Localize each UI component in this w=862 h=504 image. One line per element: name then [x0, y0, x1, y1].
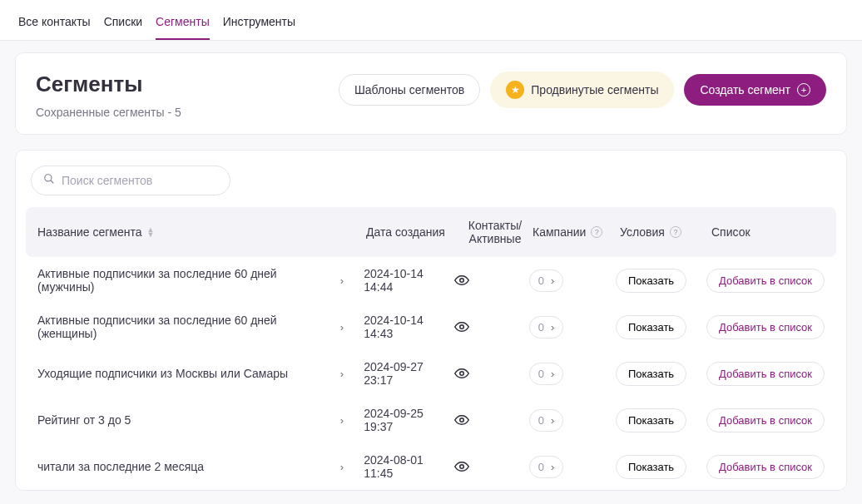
show-conditions-button[interactable]: Показать — [616, 455, 686, 479]
segment-campaigns-cell: 0 › — [529, 363, 616, 385]
chevron-right-icon: › — [340, 274, 344, 287]
eye-icon — [454, 413, 528, 427]
table-header: Название сегмента ▲▼ Дата создания Конта… — [26, 207, 836, 257]
segment-name-cell[interactable]: Активные подписчики за последние 60 дней… — [37, 267, 364, 294]
campaigns-pill[interactable]: 0 › — [529, 316, 564, 338]
table-row: Активные подписчики за последние 60 дней… — [26, 257, 836, 304]
segment-contacts-cell[interactable] — [454, 366, 528, 381]
show-conditions-button[interactable]: Показать — [616, 362, 686, 386]
search-input[interactable] — [62, 174, 218, 187]
subtitle-count: 5 — [175, 106, 181, 119]
advanced-segments-label: Продвинутые сегменты — [531, 83, 658, 96]
segment-date-cell: 2024-09-25 19:37 — [364, 407, 454, 433]
table-row: Уходящие подписчики из Москвы или Самары… — [26, 350, 836, 397]
segment-conditions-cell: Показать — [616, 315, 706, 339]
add-to-list-button[interactable]: Добавить в список — [706, 269, 825, 293]
segment-date-cell: 2024-10-14 14:44 — [364, 267, 454, 294]
create-segment-button[interactable]: Создать сегмент + — [684, 74, 826, 106]
segment-name-cell[interactable]: Рейтинг от 3 до 5 › — [37, 413, 364, 427]
segment-name-text: читали за последние 2 месяца — [37, 460, 204, 473]
chevron-right-icon: › — [551, 274, 554, 287]
segment-campaigns-cell: 0 › — [529, 456, 616, 478]
col-header-campaigns: Кампании ? — [533, 225, 620, 239]
help-icon[interactable]: ? — [591, 226, 602, 238]
add-to-list-button[interactable]: Добавить в список — [706, 362, 825, 386]
campaigns-pill[interactable]: 0 › — [529, 269, 564, 292]
show-conditions-button[interactable]: Показать — [616, 315, 686, 339]
col-header-conditions: Условия ? — [620, 225, 711, 239]
campaigns-count: 0 — [538, 274, 544, 287]
chevron-right-icon: › — [340, 368, 344, 380]
table-row: Активные подписчики за последние 60 дней… — [26, 304, 836, 350]
campaigns-pill[interactable]: 0 › — [529, 409, 564, 432]
segment-date-cell: 2024-08-01 11:45 — [364, 453, 454, 480]
eye-icon — [454, 459, 528, 474]
eye-icon — [454, 366, 528, 381]
tab-all-contacts[interactable]: Все контакты — [18, 10, 91, 40]
svg-point-5 — [460, 418, 464, 422]
add-to-list-button[interactable]: Добавить в список — [706, 455, 825, 479]
search-wrap[interactable] — [31, 166, 230, 195]
segment-date-cell: 2024-09-27 23:17 — [364, 360, 454, 387]
segment-name-text: Уходящие подписчики из Москвы или Самары — [37, 367, 288, 380]
tab-segments[interactable]: Сегменты — [156, 10, 210, 40]
segment-templates-button[interactable]: Шаблоны сегментов — [339, 74, 480, 106]
star-icon: ★ — [506, 81, 524, 99]
col-header-date: Дата создания — [366, 225, 458, 239]
segment-conditions-cell: Показать — [616, 269, 706, 293]
segment-name-cell[interactable]: Уходящие подписчики из Москвы или Самары… — [37, 367, 364, 380]
create-segment-label: Создать сегмент — [700, 83, 790, 96]
eye-icon — [454, 319, 528, 334]
chevron-right-icon: › — [340, 414, 344, 427]
segment-contacts-cell[interactable] — [454, 459, 528, 474]
advanced-segments-button[interactable]: ★ Продвинутые сегменты — [490, 72, 674, 108]
chevron-right-icon: › — [551, 321, 554, 334]
segment-contacts-cell[interactable] — [454, 273, 528, 288]
segment-conditions-cell: Показать — [616, 362, 706, 386]
segment-campaigns-cell: 0 › — [529, 316, 616, 338]
col-header-contacts: Контакты/Активные — [458, 219, 533, 245]
svg-point-0 — [45, 175, 52, 181]
segment-campaigns-cell: 0 › — [529, 409, 616, 432]
segment-list-cell: Добавить в список — [706, 315, 825, 339]
plus-icon: + — [797, 83, 810, 96]
svg-point-3 — [460, 325, 464, 329]
segment-name-text: Активные подписчики за последние 60 дней… — [37, 267, 335, 294]
tab-lists[interactable]: Списки — [104, 10, 142, 40]
col-header-name[interactable]: Название сегмента ▲▼ — [37, 225, 366, 239]
col-header-name-label: Название сегмента — [37, 225, 142, 239]
chevron-right-icon: › — [340, 321, 344, 334]
svg-line-1 — [51, 180, 54, 184]
segment-list-cell: Добавить в список — [706, 269, 825, 293]
segment-name-text: Рейтинг от 3 до 5 — [37, 413, 131, 427]
segment-list-cell: Добавить в список — [706, 455, 825, 479]
page-title: Сегменты — [36, 72, 181, 97]
saved-segments-count: Сохраненные сегменты - 5 — [36, 106, 181, 119]
col-header-list: Список — [711, 225, 825, 239]
chevron-right-icon: › — [551, 368, 554, 380]
segment-name-cell[interactable]: Активные подписчики за последние 60 дней… — [37, 314, 364, 340]
tab-tools[interactable]: Инструменты — [223, 10, 295, 40]
segment-contacts-cell[interactable] — [454, 413, 528, 427]
segment-name-cell[interactable]: читали за последние 2 месяца › — [37, 460, 364, 473]
campaigns-pill[interactable]: 0 › — [529, 456, 564, 478]
help-icon[interactable]: ? — [670, 226, 681, 238]
segment-contacts-cell[interactable] — [454, 319, 528, 334]
campaigns-count: 0 — [538, 461, 544, 473]
campaigns-count: 0 — [538, 414, 544, 427]
show-conditions-button[interactable]: Показать — [616, 269, 686, 293]
chevron-right-icon: › — [551, 414, 554, 427]
table-row: читали за последние 2 месяца › 2024-08-0… — [26, 443, 836, 490]
campaigns-count: 0 — [538, 368, 544, 380]
show-conditions-button[interactable]: Показать — [616, 408, 686, 432]
segment-conditions-cell: Показать — [616, 408, 706, 432]
search-icon — [43, 173, 55, 188]
svg-point-2 — [460, 279, 464, 283]
svg-point-6 — [460, 465, 464, 469]
segment-conditions-cell: Показать — [616, 455, 706, 479]
add-to-list-button[interactable]: Добавить в список — [706, 408, 825, 432]
sort-icon: ▲▼ — [147, 227, 155, 238]
campaigns-pill[interactable]: 0 › — [529, 363, 564, 385]
campaigns-count: 0 — [538, 321, 544, 334]
add-to-list-button[interactable]: Добавить в список — [706, 315, 825, 339]
